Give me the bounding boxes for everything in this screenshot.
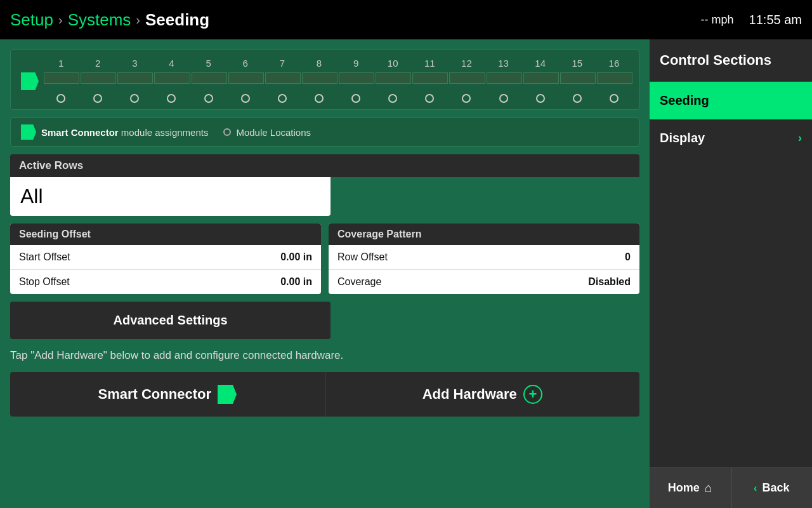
dot-6 [241, 94, 250, 103]
home-button[interactable]: Home ⌂ [650, 468, 731, 508]
section-bar-13 [487, 72, 522, 84]
dot-12 [462, 94, 471, 103]
advanced-settings-button[interactable]: Advanced Settings [10, 302, 331, 339]
section-bar-14 [523, 72, 559, 84]
breadcrumb-current: Seeding [145, 10, 209, 30]
section-bar-left [17, 72, 43, 90]
dot-10 [388, 94, 397, 103]
section-num-5: 5 [190, 57, 227, 70]
sidebar-item-display[interactable]: Display › [650, 119, 812, 157]
section-bar-3 [117, 72, 153, 84]
section-bar-7 [265, 72, 301, 84]
dot-3 [130, 94, 139, 103]
legend-smart-connector-icon [21, 124, 36, 140]
back-button[interactable]: ‹ Back [731, 468, 813, 508]
section-numbers: 1 2 3 4 5 6 7 8 9 10 11 12 13 14 15 16 [17, 57, 632, 70]
section-dots [17, 94, 632, 103]
section-num-3: 3 [116, 57, 153, 70]
home-button-label: Home [668, 481, 700, 495]
section-bar-9 [339, 72, 374, 84]
section-dot-left [17, 94, 43, 103]
section-num-8: 8 [301, 57, 337, 70]
add-hardware-button-label: Add Hardware [422, 386, 517, 403]
sidebar-item-seeding[interactable]: Seeding [650, 82, 812, 119]
top-right: -- mph 11:55 am [701, 13, 802, 27]
section-dot-5 [190, 94, 227, 103]
section-num-11: 11 [411, 57, 448, 70]
legend-smart-connector-label: Smart Connector module assignments [41, 127, 208, 138]
section-dot-7 [264, 94, 301, 103]
stop-offset-value: 0.00 in [280, 276, 312, 288]
section-dot-4 [153, 94, 190, 103]
row-offset-row[interactable]: Row Offset 0 [329, 245, 639, 270]
coverage-label: Coverage [337, 276, 381, 288]
dot-14 [536, 94, 545, 103]
add-hardware-button[interactable]: Add Hardware + [325, 372, 640, 417]
section-num-9: 9 [337, 57, 374, 70]
dot-1 [56, 94, 65, 103]
section-bar-4 [154, 72, 190, 84]
section-dot-15 [559, 94, 596, 103]
section-num-empty [17, 57, 43, 70]
dot-2 [93, 94, 102, 103]
section-num-2: 2 [79, 57, 116, 70]
dot-15 [573, 94, 582, 103]
dot-13 [499, 94, 508, 103]
dot-4 [167, 94, 176, 103]
instruction-text: Tap "Add Hardware" below to add and conf… [10, 347, 639, 364]
sidebar-item-display-label: Display [660, 131, 705, 145]
seeding-offset-header: Seeding Offset [10, 224, 321, 245]
back-button-label: Back [762, 481, 789, 495]
start-offset-label: Start Offset [19, 251, 70, 263]
section-dot-10 [374, 94, 411, 103]
dot-5 [204, 94, 213, 103]
section-dot-11 [411, 94, 448, 103]
start-offset-row[interactable]: Start Offset 0.00 in [10, 245, 321, 270]
breadcrumb-sep1: › [58, 13, 63, 27]
section-num-13: 13 [485, 57, 522, 70]
dot-11 [425, 94, 434, 103]
section-bar-5 [192, 72, 227, 84]
section-bar-1 [44, 72, 79, 84]
sidebar-bottom: Home ⌂ ‹ Back [650, 467, 812, 508]
smart-connector-button[interactable]: Smart Connector [10, 372, 325, 417]
section-num-12: 12 [448, 57, 485, 70]
section-dot-6 [227, 94, 264, 103]
speed-display: -- mph [701, 13, 734, 27]
section-dot-1 [43, 94, 79, 103]
row-offset-value: 0 [625, 251, 631, 263]
section-dot-9 [337, 94, 374, 103]
stop-offset-row[interactable]: Stop Offset 0.00 in [10, 270, 321, 294]
section-dot-16 [596, 94, 632, 103]
section-dot-8 [301, 94, 337, 103]
home-icon: ⌂ [705, 481, 712, 495]
sidebar-item-seeding-label: Seeding [660, 93, 709, 108]
active-rows-section: Active Rows All [10, 154, 639, 216]
row-offset-label: Row Offset [337, 251, 388, 263]
smart-connector-button-label: Smart Connector [98, 386, 211, 403]
section-num-1: 1 [43, 57, 79, 70]
settings-grid: Seeding Offset Start Offset 0.00 in Stop… [10, 224, 639, 294]
section-bar-10 [376, 72, 411, 84]
section-num-10: 10 [374, 57, 411, 70]
add-hardware-plus-icon: + [523, 385, 542, 404]
section-bar-16 [597, 72, 632, 84]
smart-connector-icon [21, 72, 39, 90]
section-dot-2 [79, 94, 116, 103]
coverage-row[interactable]: Coverage Disabled [329, 270, 639, 294]
legend: Smart Connector module assignments Modul… [10, 117, 639, 147]
main-layout: 1 2 3 4 5 6 7 8 9 10 11 12 13 14 15 16 [0, 39, 812, 508]
sidebar-title: Control Sections [650, 39, 812, 82]
active-rows-value[interactable]: All [10, 177, 331, 216]
section-dot-12 [448, 94, 485, 103]
breadcrumb-systems[interactable]: Systems [68, 10, 131, 30]
section-bar-8 [302, 72, 337, 84]
section-diagram: 1 2 3 4 5 6 7 8 9 10 11 12 13 14 15 16 [10, 50, 639, 110]
dot-7 [278, 94, 287, 103]
breadcrumb-setup[interactable]: Setup [10, 10, 53, 30]
section-bar-12 [449, 72, 485, 84]
section-num-14: 14 [522, 57, 559, 70]
legend-smart-connector: Smart Connector module assignments [21, 124, 208, 140]
back-chevron-icon: ‹ [754, 483, 757, 494]
top-bar: Setup › Systems › Seeding -- mph 11:55 a… [0, 0, 812, 39]
